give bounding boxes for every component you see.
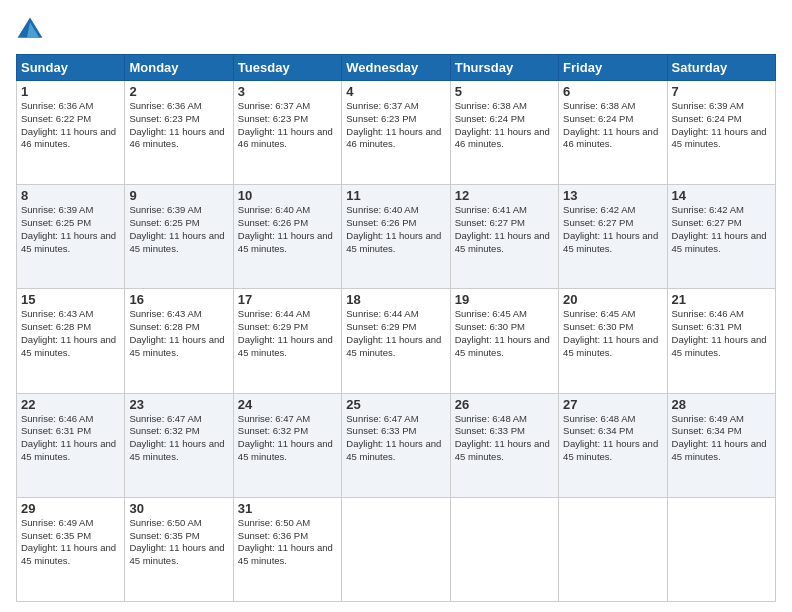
day-info: Sunrise: 6:43 AMSunset: 6:28 PMDaylight:… — [21, 308, 116, 357]
day-number: 20 — [563, 292, 662, 307]
day-cell: 4 Sunrise: 6:37 AMSunset: 6:23 PMDayligh… — [342, 81, 450, 185]
day-cell: 24 Sunrise: 6:47 AMSunset: 6:32 PMDaylig… — [233, 393, 341, 497]
day-number: 3 — [238, 84, 337, 99]
col-header-sunday: Sunday — [17, 55, 125, 81]
day-number: 10 — [238, 188, 337, 203]
day-number: 14 — [672, 188, 771, 203]
day-info: Sunrise: 6:45 AMSunset: 6:30 PMDaylight:… — [563, 308, 658, 357]
day-number: 9 — [129, 188, 228, 203]
col-header-monday: Monday — [125, 55, 233, 81]
day-info: Sunrise: 6:48 AMSunset: 6:33 PMDaylight:… — [455, 413, 550, 462]
day-number: 11 — [346, 188, 445, 203]
day-cell — [450, 497, 558, 601]
day-cell: 19 Sunrise: 6:45 AMSunset: 6:30 PMDaylig… — [450, 289, 558, 393]
col-header-wednesday: Wednesday — [342, 55, 450, 81]
day-info: Sunrise: 6:37 AMSunset: 6:23 PMDaylight:… — [346, 100, 441, 149]
day-number: 24 — [238, 397, 337, 412]
day-number: 30 — [129, 501, 228, 516]
day-info: Sunrise: 6:42 AMSunset: 6:27 PMDaylight:… — [563, 204, 658, 253]
day-cell: 6 Sunrise: 6:38 AMSunset: 6:24 PMDayligh… — [559, 81, 667, 185]
day-number: 23 — [129, 397, 228, 412]
day-cell: 15 Sunrise: 6:43 AMSunset: 6:28 PMDaylig… — [17, 289, 125, 393]
day-cell: 10 Sunrise: 6:40 AMSunset: 6:26 PMDaylig… — [233, 185, 341, 289]
day-cell: 21 Sunrise: 6:46 AMSunset: 6:31 PMDaylig… — [667, 289, 775, 393]
day-number: 6 — [563, 84, 662, 99]
day-info: Sunrise: 6:40 AMSunset: 6:26 PMDaylight:… — [238, 204, 333, 253]
week-row-2: 8 Sunrise: 6:39 AMSunset: 6:25 PMDayligh… — [17, 185, 776, 289]
day-info: Sunrise: 6:47 AMSunset: 6:33 PMDaylight:… — [346, 413, 441, 462]
day-info: Sunrise: 6:39 AMSunset: 6:25 PMDaylight:… — [21, 204, 116, 253]
week-row-3: 15 Sunrise: 6:43 AMSunset: 6:28 PMDaylig… — [17, 289, 776, 393]
day-number: 7 — [672, 84, 771, 99]
day-cell: 29 Sunrise: 6:49 AMSunset: 6:35 PMDaylig… — [17, 497, 125, 601]
day-number: 13 — [563, 188, 662, 203]
day-number: 17 — [238, 292, 337, 307]
day-cell: 8 Sunrise: 6:39 AMSunset: 6:25 PMDayligh… — [17, 185, 125, 289]
day-info: Sunrise: 6:49 AMSunset: 6:34 PMDaylight:… — [672, 413, 767, 462]
day-cell: 7 Sunrise: 6:39 AMSunset: 6:24 PMDayligh… — [667, 81, 775, 185]
day-cell: 16 Sunrise: 6:43 AMSunset: 6:28 PMDaylig… — [125, 289, 233, 393]
day-cell: 28 Sunrise: 6:49 AMSunset: 6:34 PMDaylig… — [667, 393, 775, 497]
day-cell — [342, 497, 450, 601]
col-header-friday: Friday — [559, 55, 667, 81]
day-cell: 17 Sunrise: 6:44 AMSunset: 6:29 PMDaylig… — [233, 289, 341, 393]
calendar-body: 1 Sunrise: 6:36 AMSunset: 6:22 PMDayligh… — [17, 81, 776, 602]
day-cell: 27 Sunrise: 6:48 AMSunset: 6:34 PMDaylig… — [559, 393, 667, 497]
day-info: Sunrise: 6:43 AMSunset: 6:28 PMDaylight:… — [129, 308, 224, 357]
day-cell: 9 Sunrise: 6:39 AMSunset: 6:25 PMDayligh… — [125, 185, 233, 289]
day-number: 22 — [21, 397, 120, 412]
day-cell: 20 Sunrise: 6:45 AMSunset: 6:30 PMDaylig… — [559, 289, 667, 393]
logo-icon — [16, 16, 44, 44]
day-number: 25 — [346, 397, 445, 412]
day-info: Sunrise: 6:47 AMSunset: 6:32 PMDaylight:… — [238, 413, 333, 462]
calendar-header: SundayMondayTuesdayWednesdayThursdayFrid… — [17, 55, 776, 81]
day-cell: 2 Sunrise: 6:36 AMSunset: 6:23 PMDayligh… — [125, 81, 233, 185]
day-cell: 31 Sunrise: 6:50 AMSunset: 6:36 PMDaylig… — [233, 497, 341, 601]
day-cell — [667, 497, 775, 601]
page: SundayMondayTuesdayWednesdayThursdayFrid… — [0, 0, 792, 612]
day-number: 26 — [455, 397, 554, 412]
day-number: 1 — [21, 84, 120, 99]
day-info: Sunrise: 6:40 AMSunset: 6:26 PMDaylight:… — [346, 204, 441, 253]
day-cell: 25 Sunrise: 6:47 AMSunset: 6:33 PMDaylig… — [342, 393, 450, 497]
logo — [16, 16, 48, 44]
header — [16, 16, 776, 44]
day-info: Sunrise: 6:41 AMSunset: 6:27 PMDaylight:… — [455, 204, 550, 253]
day-cell: 14 Sunrise: 6:42 AMSunset: 6:27 PMDaylig… — [667, 185, 775, 289]
col-header-tuesday: Tuesday — [233, 55, 341, 81]
week-row-1: 1 Sunrise: 6:36 AMSunset: 6:22 PMDayligh… — [17, 81, 776, 185]
day-number: 21 — [672, 292, 771, 307]
day-number: 4 — [346, 84, 445, 99]
day-number: 27 — [563, 397, 662, 412]
day-info: Sunrise: 6:42 AMSunset: 6:27 PMDaylight:… — [672, 204, 767, 253]
day-number: 8 — [21, 188, 120, 203]
day-cell: 18 Sunrise: 6:44 AMSunset: 6:29 PMDaylig… — [342, 289, 450, 393]
day-number: 16 — [129, 292, 228, 307]
day-info: Sunrise: 6:36 AMSunset: 6:22 PMDaylight:… — [21, 100, 116, 149]
day-info: Sunrise: 6:50 AMSunset: 6:35 PMDaylight:… — [129, 517, 224, 566]
day-info: Sunrise: 6:39 AMSunset: 6:25 PMDaylight:… — [129, 204, 224, 253]
day-info: Sunrise: 6:47 AMSunset: 6:32 PMDaylight:… — [129, 413, 224, 462]
day-cell — [559, 497, 667, 601]
day-cell: 5 Sunrise: 6:38 AMSunset: 6:24 PMDayligh… — [450, 81, 558, 185]
day-info: Sunrise: 6:45 AMSunset: 6:30 PMDaylight:… — [455, 308, 550, 357]
day-number: 18 — [346, 292, 445, 307]
day-number: 12 — [455, 188, 554, 203]
day-cell: 13 Sunrise: 6:42 AMSunset: 6:27 PMDaylig… — [559, 185, 667, 289]
day-info: Sunrise: 6:50 AMSunset: 6:36 PMDaylight:… — [238, 517, 333, 566]
col-header-thursday: Thursday — [450, 55, 558, 81]
day-cell: 23 Sunrise: 6:47 AMSunset: 6:32 PMDaylig… — [125, 393, 233, 497]
day-number: 15 — [21, 292, 120, 307]
day-info: Sunrise: 6:46 AMSunset: 6:31 PMDaylight:… — [672, 308, 767, 357]
day-info: Sunrise: 6:48 AMSunset: 6:34 PMDaylight:… — [563, 413, 658, 462]
day-cell: 26 Sunrise: 6:48 AMSunset: 6:33 PMDaylig… — [450, 393, 558, 497]
day-info: Sunrise: 6:49 AMSunset: 6:35 PMDaylight:… — [21, 517, 116, 566]
day-cell: 12 Sunrise: 6:41 AMSunset: 6:27 PMDaylig… — [450, 185, 558, 289]
day-info: Sunrise: 6:38 AMSunset: 6:24 PMDaylight:… — [455, 100, 550, 149]
day-info: Sunrise: 6:37 AMSunset: 6:23 PMDaylight:… — [238, 100, 333, 149]
day-info: Sunrise: 6:38 AMSunset: 6:24 PMDaylight:… — [563, 100, 658, 149]
header-row: SundayMondayTuesdayWednesdayThursdayFrid… — [17, 55, 776, 81]
week-row-5: 29 Sunrise: 6:49 AMSunset: 6:35 PMDaylig… — [17, 497, 776, 601]
calendar-table: SundayMondayTuesdayWednesdayThursdayFrid… — [16, 54, 776, 602]
day-info: Sunrise: 6:44 AMSunset: 6:29 PMDaylight:… — [238, 308, 333, 357]
